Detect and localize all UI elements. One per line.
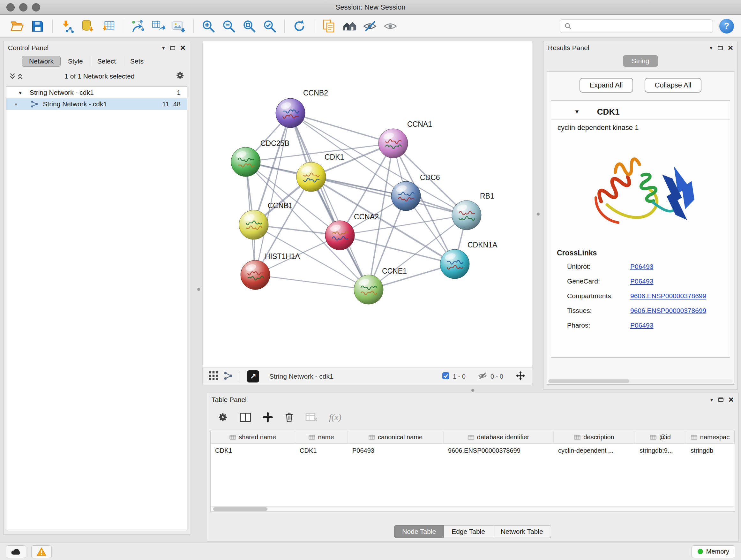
network-collection-row[interactable]: ▼ String Network - cdk1 1 [6,87,187,98]
tab-network[interactable]: Network [22,56,61,67]
panel-menu-icon[interactable]: ▾ [162,45,165,51]
node-CCNE1[interactable]: CCNE1 [354,267,407,304]
zoom-selected-icon[interactable] [259,17,280,36]
cell-namespace[interactable]: stringdb [686,444,735,457]
hidden-eye-icon[interactable] [478,372,487,381]
tab-string[interactable]: String [623,55,658,67]
node-HIST1H1A[interactable]: HIST1H1A [241,252,300,290]
delete-icon[interactable] [284,412,294,423]
node-RB1[interactable]: RB1 [452,192,494,230]
edge-HIST1H1A-CCNE1[interactable] [255,275,368,290]
add-column-icon[interactable] [263,412,273,422]
search-box[interactable] [560,19,713,33]
zoom-in-icon[interactable] [198,17,219,36]
network-from-table-icon[interactable] [148,17,169,36]
export-image-icon[interactable] [169,17,189,36]
collapse-all-button[interactable]: Collapse All [645,78,702,92]
expand-all-icon[interactable] [16,72,24,80]
node-CDKN1A[interactable]: CDKN1A [440,241,497,279]
help-button[interactable]: ? [719,19,734,34]
network-list-icon[interactable] [224,371,232,382]
edge-CCNB2-CCNA1[interactable] [290,113,393,143]
collapse-all-icon[interactable] [9,72,16,80]
memory-button[interactable]: Memory [691,545,735,558]
cloud-button[interactable] [6,545,26,558]
birdseye-toggle-button[interactable]: ↗ [247,370,259,382]
import-table-icon[interactable] [98,17,118,36]
edge-CCNB2-CCNE1[interactable] [290,113,368,290]
import-network-icon[interactable] [57,17,77,36]
expand-all-button[interactable]: Expand All [580,78,633,92]
split-column-icon[interactable] [240,412,251,422]
edge-CCNB2-HIST1H1A[interactable] [255,113,290,275]
results-horizontal-scrollbar[interactable] [548,379,733,383]
edge-CDK1-RB1[interactable] [311,177,467,215]
tab-network-table[interactable]: Network Table [493,525,551,538]
cell-name[interactable]: CDK1 [295,444,348,457]
network-graph[interactable]: CCNB2CCNA1CDC25BCDK1CDC6RB1CCNB1CCNA2CDK… [203,41,532,368]
tissues-link[interactable]: 9606.ENSP00000378699 [630,307,706,314]
node-CCNA1[interactable]: CCNA1 [379,120,432,158]
horizontal-splitter-handle[interactable] [471,389,474,392]
column-header-shared-name[interactable]: shared name [211,431,295,443]
close-panel-icon[interactable]: × [728,44,733,51]
column-header-name[interactable]: name [295,431,348,443]
copy-document-icon[interactable] [319,17,339,36]
show-all-icon[interactable] [380,17,401,36]
window-minimize-button[interactable] [19,3,27,11]
uniprot-link[interactable]: P06493 [630,263,653,270]
node-CDK1[interactable]: CDK1 [296,153,344,192]
table-horizontal-scrollbar[interactable] [211,506,735,511]
grid-view-icon[interactable] [209,371,218,382]
column-header-id[interactable]: @id [635,431,686,443]
refresh-icon[interactable] [289,17,310,36]
pan-crosshair-icon[interactable] [515,371,526,382]
function-builder-icon[interactable]: f(x) [329,412,341,422]
clone-network-icon[interactable] [128,17,148,36]
column-header-database-identifier[interactable]: database identifier [444,431,554,443]
manage-networks-icon[interactable] [339,17,360,36]
float-panel-icon[interactable] [718,46,723,50]
search-input[interactable] [575,22,708,30]
close-panel-icon[interactable]: × [729,396,734,403]
cell-canonical-name[interactable]: P06493 [348,444,444,457]
save-session-icon[interactable] [27,17,48,36]
panel-menu-icon[interactable]: ▾ [711,396,713,403]
compartments-link[interactable]: 9606.ENSP00000378699 [630,292,706,300]
column-header-namespace[interactable]: namespac [686,431,735,443]
window-zoom-button[interactable] [32,3,40,11]
vertical-splitter-handle[interactable] [537,212,540,215]
vertical-splitter-handle[interactable] [197,288,200,291]
table-gear-icon[interactable] [217,412,228,423]
tab-sets[interactable]: Sets [123,56,151,67]
float-panel-icon[interactable] [718,397,724,402]
column-header-canonical-name[interactable]: canonical name [348,431,444,443]
zoom-out-icon[interactable] [219,17,239,36]
zoom-fit-icon[interactable] [239,17,259,36]
pharos-link[interactable]: P06493 [630,321,653,329]
gear-icon[interactable] [175,71,185,82]
cell-shared-name[interactable]: CDK1 [211,444,295,457]
open-session-icon[interactable] [7,17,27,36]
collection-expand-icon[interactable]: ▼ [18,90,23,96]
tab-node-table[interactable]: Node Table [394,525,444,538]
column-header-description[interactable]: description [554,431,635,443]
selected-checkbox-icon[interactable] [442,372,450,381]
node-CCNB1[interactable]: CCNB1 [239,201,293,240]
warning-button[interactable] [31,545,52,558]
network-view-canvas[interactable]: CCNB2CCNA1CDC25BCDK1CDC6RB1CCNB1CCNA2CDK… [202,41,532,368]
panel-menu-icon[interactable]: ▾ [710,45,713,51]
float-panel-icon[interactable] [170,46,175,50]
network-row-selected[interactable]: ● String Network - cdk1 11 48 [6,98,187,110]
tab-edge-table[interactable]: Edge Table [444,525,493,538]
close-panel-icon[interactable]: × [180,44,185,51]
genecard-link[interactable]: P06493 [630,277,653,285]
tab-style[interactable]: Style [61,56,90,67]
hide-selected-icon[interactable] [360,17,380,36]
cell-description[interactable]: cyclin-dependent ... [554,444,635,457]
import-database-icon[interactable] [77,17,98,36]
cell-id[interactable]: stringdb:9... [635,444,686,457]
collapse-section-icon[interactable]: ▼ [574,109,580,115]
tab-select[interactable]: Select [90,56,123,67]
window-close-button[interactable] [6,3,15,11]
